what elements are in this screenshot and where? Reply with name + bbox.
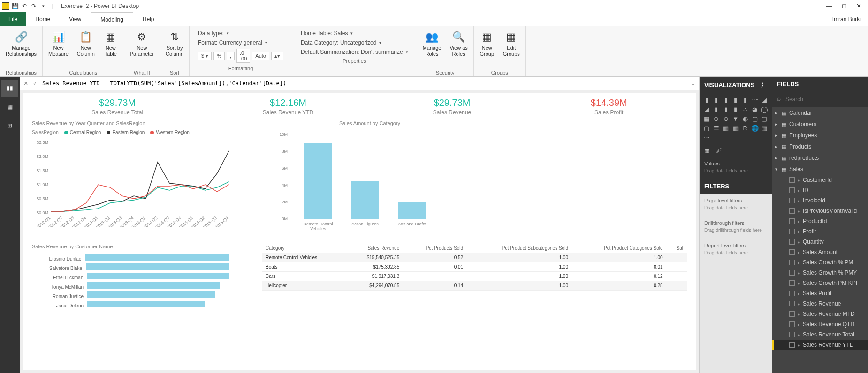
auto-button[interactable]: Auto xyxy=(252,52,269,60)
viz-funnel-icon[interactable]: ▼ xyxy=(731,114,740,123)
formula-cancel-icon[interactable]: ✕ xyxy=(23,80,28,87)
viz-area-icon[interactable]: ◢ xyxy=(760,96,769,104)
new-measure-button[interactable]: 📊New Measure xyxy=(46,28,70,58)
viz-treemap-icon[interactable]: ▦ xyxy=(702,114,711,123)
field-table[interactable]: ▦ Customers xyxy=(772,119,868,130)
field-table[interactable]: ▦ redproducts xyxy=(772,152,868,164)
viz-column-icon[interactable]: ▮ xyxy=(731,96,740,104)
table-row[interactable]: Boats$175,392.850.011.000.01 xyxy=(262,262,687,272)
line-chart[interactable]: Sales Revenue by Year Quarter and SalesR… xyxy=(32,120,229,234)
viz-map-icon[interactable]: ⊕ xyxy=(712,114,721,123)
viz-clustered-bar-icon[interactable]: ▮ xyxy=(722,96,730,104)
kpi-card[interactable]: $12.16MSales Revenue YTD xyxy=(263,97,314,116)
field-item[interactable]: ▸Sales Revenue Total xyxy=(772,329,868,340)
edit-groups-button[interactable]: ▦Edit Groups xyxy=(501,28,522,58)
decimal-button[interactable]: .0.00 xyxy=(236,49,250,63)
field-table[interactable]: ▦ Products xyxy=(772,141,868,152)
data-table[interactable]: CategorySales RevenuePct Products SoldPc… xyxy=(262,244,687,310)
formula-input[interactable] xyxy=(42,80,686,87)
field-table[interactable]: ▦ Calendar xyxy=(772,107,868,119)
close-icon[interactable]: ✕ xyxy=(856,2,861,9)
table-row[interactable]: Cars$1,917,031.31.000.12 xyxy=(262,272,687,281)
viz-stacked-column-icon[interactable]: ▮ xyxy=(741,96,749,104)
field-item[interactable]: ▸InvoiceId xyxy=(772,195,868,206)
table-row[interactable]: Helicopter$4,294,070.850.141.000.28 xyxy=(262,281,687,291)
percent-button[interactable]: % xyxy=(213,52,225,60)
formula-dropdown-icon[interactable]: ⌄ xyxy=(691,80,695,87)
viz-globe-icon[interactable]: 🌐 xyxy=(751,124,759,132)
menu-modeling[interactable]: Modeling xyxy=(91,12,133,26)
field-item[interactable]: ▸ID xyxy=(772,185,868,195)
viz-table-icon[interactable]: ▦ xyxy=(722,124,730,132)
viz-pie-icon[interactable]: ◕ xyxy=(751,105,759,113)
field-item[interactable]: ▸Sales Revenue QTD xyxy=(772,319,868,329)
viz-format-tab-icon[interactable]: 🖌 xyxy=(716,147,722,154)
menu-help[interactable]: Help xyxy=(133,12,164,26)
viz-filled-map-icon[interactable]: ⊕ xyxy=(722,114,730,123)
minimize-icon[interactable]: — xyxy=(826,2,832,9)
data-view-icon[interactable]: ▦ xyxy=(1,98,18,115)
field-item[interactable]: ▸Sales Growth PM KPI xyxy=(772,278,868,288)
viz-custom-icon[interactable]: ▦ xyxy=(760,124,769,132)
home-table-label[interactable]: Home Table: Sales xyxy=(301,30,348,37)
table-row[interactable]: Remote Control Vehicles$15,540,525.350.5… xyxy=(262,253,687,262)
field-item[interactable]: ▸Quantity xyxy=(772,237,868,247)
viz-card-icon[interactable]: ▢ xyxy=(751,114,759,123)
summarization-label[interactable]: Default Summarization: Don't summarize xyxy=(301,49,403,55)
kpi-card[interactable]: $29.73MSales Revenue xyxy=(433,97,471,116)
viz-more-icon[interactable]: ⋯ xyxy=(702,133,711,142)
data-category-label[interactable]: Data Category: Uncategorized xyxy=(301,39,376,46)
formula-commit-icon[interactable]: ✓ xyxy=(33,80,38,87)
field-table-sales[interactable]: ▦ Sales xyxy=(772,164,868,175)
viz-waterfall-icon[interactable]: ▮ xyxy=(731,105,740,113)
viz-ribbon-icon[interactable]: ▮ xyxy=(722,105,730,113)
viz-r-icon[interactable]: R xyxy=(741,124,749,132)
sort-by-column-button[interactable]: ⇅Sort by Column xyxy=(164,28,185,58)
field-item[interactable]: ▸Sales Profit xyxy=(772,288,868,298)
save-icon[interactable]: 💾 xyxy=(11,2,19,10)
new-table-button[interactable]: ▦New Table xyxy=(101,28,120,58)
field-item[interactable]: ▸Sales Growth % PMY xyxy=(772,268,868,278)
field-item[interactable]: ▸Sales Growth % PM xyxy=(772,257,868,268)
report-view-icon[interactable]: ▮▮ xyxy=(1,80,18,97)
new-column-button[interactable]: 📋New Column xyxy=(75,28,97,58)
model-view-icon[interactable]: ⊞ xyxy=(1,117,18,134)
report-canvas[interactable]: $29.73MSales Revenue Total$12.16MSales R… xyxy=(23,93,696,370)
undo-icon[interactable]: ↶ xyxy=(21,2,28,10)
menu-view[interactable]: View xyxy=(60,12,91,26)
viz-fields-tab-icon[interactable]: ▦ xyxy=(704,147,709,154)
file-menu[interactable]: File xyxy=(0,12,26,26)
maximize-icon[interactable]: ◻ xyxy=(842,2,847,9)
manage-relationships-button[interactable]: 🔗Manage Relationships xyxy=(4,28,38,58)
viz-expand-icon[interactable]: 〉 xyxy=(761,81,767,89)
field-item[interactable]: ▸Sales Revenue YTD xyxy=(772,340,868,350)
field-item[interactable]: ▸Profit xyxy=(772,226,868,237)
menu-home[interactable]: Home xyxy=(26,12,60,26)
viz-donut-icon[interactable]: ◯ xyxy=(760,105,769,113)
datatype-dropdown-icon[interactable]: ▾ xyxy=(227,31,229,36)
viz-stacked-bar-icon[interactable]: ▮ xyxy=(702,96,711,104)
viz-combo-icon[interactable]: ▮ xyxy=(712,105,721,113)
hbar-chart[interactable]: Sales Revenue by Customer Name Erasmo Du… xyxy=(32,244,229,310)
field-item[interactable]: ▸Sales Revenue xyxy=(772,298,868,309)
viz-line-icon[interactable]: 〰 xyxy=(751,96,759,104)
viz-gauge-icon[interactable]: ◐ xyxy=(741,114,749,123)
redo-icon[interactable]: ↷ xyxy=(30,2,38,10)
field-item[interactable]: ▸Sales Revenue MTD xyxy=(772,309,868,319)
viz-multi-card-icon[interactable]: ▢ xyxy=(760,114,769,123)
currency-button[interactable]: $ ▾ xyxy=(198,52,212,60)
viz-stacked-area-icon[interactable]: ◢ xyxy=(702,105,711,113)
fields-search-input[interactable] xyxy=(775,94,865,104)
field-table[interactable]: ▦ Employees xyxy=(772,130,868,141)
viz-bar-icon[interactable]: ▮ xyxy=(712,96,721,104)
manage-roles-button[interactable]: 👥Manage Roles xyxy=(421,28,443,58)
viz-kpi-icon[interactable]: ▢ xyxy=(702,124,711,132)
view-as-roles-button[interactable]: 🔍View as Roles xyxy=(448,28,469,58)
bar-chart[interactable]: Sales Amount by Category 0M2M4M6M8M10MRe… xyxy=(271,120,468,234)
new-group-button[interactable]: ▦New Group xyxy=(478,28,496,58)
field-item[interactable]: ▸IsPreviousMonthValid xyxy=(772,206,868,216)
kpi-card[interactable]: $14.39MSales Profit xyxy=(591,97,627,116)
field-item[interactable]: ▸CustomerId xyxy=(772,175,868,185)
comma-button[interactable]: , xyxy=(227,52,235,60)
viz-slicer-icon[interactable]: ☰ xyxy=(712,124,721,132)
